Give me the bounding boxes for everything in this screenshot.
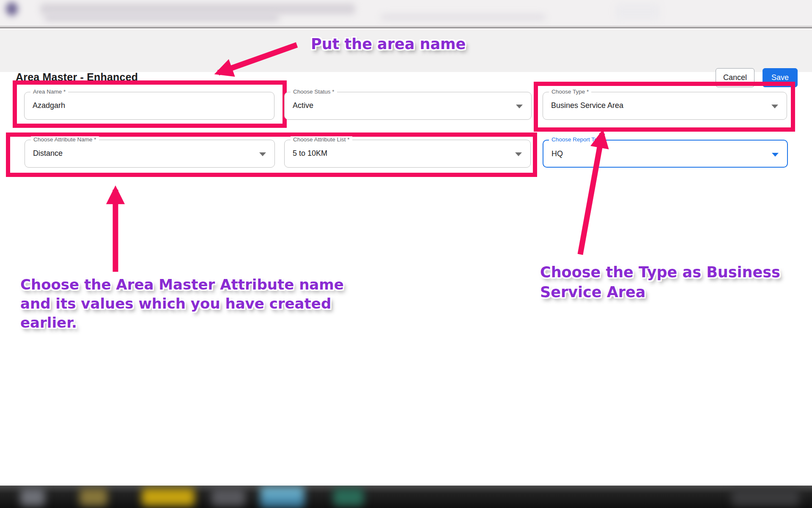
taskbar-tray-blur	[732, 488, 799, 506]
dropdown-arrow-icon	[259, 152, 266, 156]
type-value: Busines Service Area	[551, 101, 623, 110]
chrome-separator	[0, 26, 812, 27]
attribute-list-label: Choose Attribute List *	[291, 136, 352, 143]
area-name-value: Azadgarh	[33, 101, 65, 110]
annotation-choose-type: Choose the Type as Business Service Area	[540, 262, 780, 302]
attribute-name-label: Choose Attribute Name *	[31, 136, 99, 143]
browser-logo-blur	[6, 2, 18, 16]
annotation-put-area-name: Put the area name	[311, 36, 466, 52]
status-label: Choose Status *	[291, 88, 337, 95]
browser-controls-blur	[615, 3, 660, 20]
report-to-label: Choose Report To *	[549, 136, 604, 143]
browser-tabs-blur	[40, 3, 355, 14]
type-select[interactable]: Choose Type * Busines Service Area	[543, 92, 787, 120]
annotation-line: and its values which you have created	[20, 294, 344, 313]
taskbar-app-icon-1[interactable]	[20, 488, 45, 506]
attribute-list-select[interactable]: Choose Attribute List * 5 to 10KM	[284, 140, 531, 168]
report-to-value: HQ	[551, 149, 563, 158]
annotation-line: Choose the Type as Business	[540, 262, 780, 282]
report-to-select[interactable]: Choose Report To * HQ	[543, 140, 788, 168]
status-value: Active	[293, 101, 313, 110]
browser-url-blur	[44, 14, 279, 21]
dropdown-arrow-icon	[515, 152, 522, 156]
taskbar-app-icon-4[interactable]	[211, 488, 245, 506]
area-name-label: Area Name *	[30, 88, 68, 95]
annotation-line: Choose the Area Master Attribute name	[20, 275, 344, 294]
attribute-name-select[interactable]: Choose Attribute Name * Distance	[25, 140, 275, 168]
taskbar-app-icon-3[interactable]	[142, 488, 195, 506]
dropdown-arrow-icon	[516, 105, 523, 108]
taskbar	[0, 486, 812, 508]
area-name-field[interactable]: Area Name * Azadgarh	[24, 92, 274, 120]
required-asterisk: *	[599, 136, 601, 143]
dropdown-arrow-icon	[772, 153, 779, 157]
browser-chrome	[0, 0, 812, 27]
attribute-name-value: Distance	[33, 149, 63, 158]
browser-url-blur-2	[381, 14, 546, 20]
annotation-line: earlier.	[20, 313, 344, 332]
taskbar-app-icon-2[interactable]	[80, 488, 107, 506]
attribute-list-value: 5 to 10KM	[293, 149, 327, 158]
type-label: Choose Type *	[549, 88, 591, 95]
taskbar-app-icon-5[interactable]	[260, 486, 304, 508]
status-select[interactable]: Choose Status * Active	[284, 92, 532, 120]
taskbar-app-icon-6[interactable]	[333, 488, 364, 506]
annotation-choose-attribute: Choose the Area Master Attribute name an…	[20, 275, 344, 332]
annotation-line: Service Area	[540, 282, 780, 302]
dropdown-arrow-icon	[771, 105, 778, 108]
